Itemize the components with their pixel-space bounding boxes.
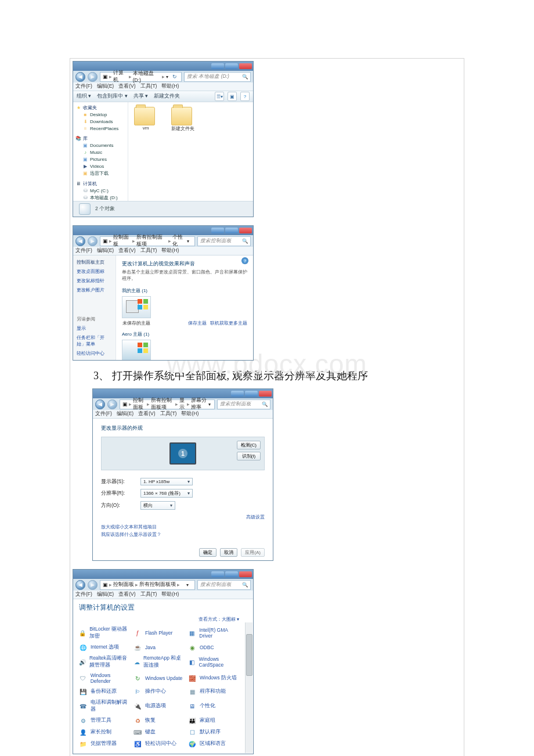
control-panel-item[interactable]: ☕Java — [134, 642, 186, 653]
minimize-button[interactable] — [211, 571, 224, 577]
control-panel-item[interactable]: 🖥个性化 — [188, 698, 240, 714]
help-icon[interactable]: ? — [241, 257, 248, 264]
cp-item-label[interactable]: 家庭组 — [200, 717, 215, 724]
folder-item[interactable]: vm — [134, 107, 157, 131]
breadcrumb-dropdown[interactable]: ▾ — [208, 402, 212, 407]
cp-item-label[interactable]: 轻松访问中心 — [145, 740, 176, 747]
menu-view[interactable]: 查看(V) — [118, 83, 135, 90]
control-panel-item[interactable]: 🔌电源选项 — [134, 698, 186, 714]
close-button[interactable] — [239, 571, 252, 577]
search-input[interactable]: 搜索控制面板 🔍 — [197, 580, 251, 590]
breadcrumb-item[interactable]: 所有控制面板项 — [136, 234, 168, 248]
control-panel-item[interactable]: ☎电话和调制解调器 — [79, 698, 131, 714]
menu-file[interactable]: 文件(F) — [75, 83, 92, 90]
search-input[interactable]: 搜索 本地磁盘 (D:) 🔍 — [184, 72, 251, 82]
cp-item-label[interactable]: RemoteApp 和桌面连接 — [143, 655, 186, 669]
cp-item-label[interactable]: Windows Update — [145, 675, 182, 681]
text-size-link[interactable]: 放大或缩小文本和其他项目 — [101, 524, 265, 530]
cp-item-label[interactable]: Realtek高清晰音频管理器 — [89, 655, 131, 669]
nav-drive-d[interactable]: ⛁本地磁盘 (D:) — [75, 194, 125, 201]
breadcrumb-dropdown[interactable]: ▾ — [166, 74, 171, 80]
breadcrumb[interactable]: ▣ ▸ 计算机 ▸ 本地磁盘 (D:) ▸ ▾ ↻ — [100, 72, 182, 82]
control-panel-item[interactable]: ▦Intel(R) GMA Driver — [188, 625, 240, 641]
include-in-library-button[interactable]: 包含到库中 ▾ — [97, 93, 127, 100]
maximize-button[interactable] — [225, 571, 238, 577]
back-button[interactable]: ◀ — [75, 236, 85, 246]
breadcrumb[interactable]: ▣ ▸ 控制面板 ▸ 所有控制面板项 ▸ ▾ — [100, 580, 195, 590]
cp-item-label[interactable]: Windows 防火墙 — [200, 675, 237, 682]
apply-button[interactable]: 应用(A) — [241, 548, 265, 557]
control-panel-item[interactable]: 👪家庭组 — [188, 715, 240, 726]
forward-button[interactable]: ▶ — [88, 236, 98, 246]
menu-edit[interactable]: 编辑(E) — [97, 247, 114, 254]
orientation-select[interactable]: 横向 — [140, 501, 175, 510]
control-panel-item[interactable]: ☁RemoteApp 和桌面连接 — [134, 654, 186, 670]
cp-item-label[interactable]: Windows Defender — [91, 672, 131, 684]
maximize-button[interactable] — [225, 228, 238, 233]
control-panel-item[interactable]: 🛡Windows Defender — [79, 671, 131, 685]
menu-tools[interactable]: 工具(T) — [140, 591, 157, 598]
control-panel-item[interactable]: 👤家长控制 — [79, 727, 131, 737]
control-panel-item[interactable]: ♿轻松访问中心 — [134, 739, 186, 749]
cp-item-label[interactable]: 电话和调制解调器 — [91, 699, 131, 713]
minimize-button[interactable] — [231, 391, 244, 397]
control-panel-item[interactable]: ♻恢复 — [134, 715, 186, 726]
preview-pane-button[interactable]: ▣ — [228, 92, 237, 101]
view-options-button[interactable]: ☰▾ — [215, 92, 224, 101]
forward-button[interactable]: ▶ — [88, 72, 98, 82]
breadcrumb-item[interactable]: 本地磁盘 (D:) — [133, 70, 161, 83]
menu-view[interactable]: 查看(V) — [118, 247, 135, 254]
detect-button[interactable]: 检测(C) — [237, 441, 261, 449]
menu-edit[interactable]: 编辑(E) — [97, 591, 114, 598]
get-more-themes-link[interactable]: 联机获取更多主题 — [210, 320, 247, 326]
back-button[interactable]: ◀ — [75, 580, 85, 590]
cancel-button[interactable]: 取消 — [220, 548, 237, 557]
nav-music[interactable]: ♪Music — [75, 149, 125, 156]
share-button[interactable]: 共享 ▾ — [134, 93, 148, 100]
ease-of-access-link[interactable]: 轻松访问中心 — [77, 350, 112, 357]
control-panel-item[interactable]: ⚙管理工具 — [79, 715, 131, 726]
menu-file[interactable]: 文件(F) — [75, 247, 92, 254]
close-button[interactable] — [239, 228, 252, 233]
breadcrumb[interactable]: ▣ ▸ 控制面板 ▸ 所有控制面板项 ▸ 个性化 ▾ — [100, 236, 195, 246]
theme-thumbnail[interactable] — [122, 340, 151, 361]
breadcrumb[interactable]: ▣ ▸ 控制面板 ▸ 所有控制面板项 ▸ 显示 ▸ 屏幕分辨率 ▾ — [120, 399, 215, 409]
menu-tools[interactable]: 工具(T) — [140, 247, 157, 254]
menu-view[interactable]: 查看(V) — [118, 591, 135, 598]
change-desktop-icons-link[interactable]: 更改桌面图标 — [77, 268, 112, 275]
which-settings-link[interactable]: 我应该选择什么显示器设置？ — [101, 531, 265, 538]
cp-item-label[interactable]: Intel(R) GMA Driver — [199, 627, 240, 639]
cp-item-label[interactable]: 凭据管理器 — [91, 740, 117, 747]
breadcrumb-item[interactable]: 所有控制面板项 — [151, 397, 174, 411]
cp-item-label[interactable]: 家长控制 — [91, 729, 111, 736]
breadcrumb-item[interactable]: 显示 — [179, 397, 186, 411]
resolution-select[interactable]: 1366 × 768 (推荐) — [140, 489, 193, 498]
nav-computer[interactable]: 🖥 计算机 — [75, 181, 125, 187]
cp-item-label[interactable]: 个性化 — [200, 703, 215, 710]
content-area[interactable]: vm 新建文件夹 — [128, 102, 253, 201]
scrollbar-thumb[interactable] — [246, 634, 252, 676]
breadcrumb-item[interactable]: 屏幕分辨率 — [191, 397, 207, 411]
cp-item-label[interactable]: Flash Player — [145, 630, 172, 636]
menu-tools[interactable]: 工具(T) — [140, 83, 157, 90]
display-select[interactable]: 1. HP x185w — [140, 478, 193, 485]
search-input[interactable]: 搜索控制面板 🔍 — [197, 236, 251, 246]
forward-button[interactable]: ▶ — [107, 399, 117, 409]
cp-item-label[interactable]: 程序和功能 — [200, 688, 226, 695]
control-panel-item[interactable]: 📁凭据管理器 — [79, 739, 131, 749]
control-panel-item[interactable]: ▦程序和功能 — [188, 686, 240, 697]
organize-button[interactable]: 组织 ▾ — [77, 93, 91, 100]
nav-documents[interactable]: ▣Documents — [75, 142, 125, 149]
cp-item-label[interactable]: Java — [145, 645, 156, 650]
control-panel-item[interactable]: 🌍区域和语言 — [188, 739, 240, 749]
menu-edit[interactable]: 编辑(E) — [117, 411, 134, 417]
monitor-icon[interactable]: 1 — [169, 442, 196, 465]
control-panel-item[interactable]: ⌨键盘 — [134, 727, 186, 737]
forward-button[interactable]: ▶ — [88, 580, 98, 590]
cp-item-label[interactable]: 备份和还原 — [91, 688, 117, 695]
nav-desktop[interactable]: ■Desktop — [75, 111, 125, 118]
nav-xunlei[interactable]: ▣迅雷下载 — [75, 170, 125, 177]
cp-item-label[interactable]: ODBC — [200, 645, 214, 650]
breadcrumb-dropdown[interactable]: ▾ — [187, 239, 192, 244]
control-panel-item[interactable]: 🧱Windows 防火墙 — [188, 671, 240, 685]
